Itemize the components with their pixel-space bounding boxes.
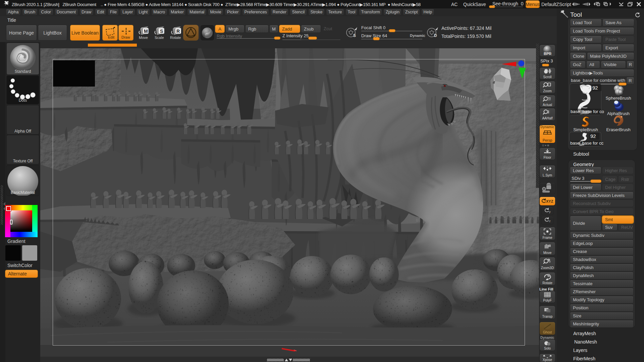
svg-text:Draw: Draw <box>121 35 130 39</box>
svg-text:R: R <box>176 29 180 34</box>
svg-text:M: M <box>144 29 148 34</box>
svg-text:y: y <box>549 210 551 213</box>
svg-text:Rotate: Rotate <box>170 36 181 40</box>
svg-text:z: z <box>549 219 551 223</box>
svg-text:S: S <box>160 29 163 34</box>
svg-text:BPR: BPR <box>544 52 551 56</box>
svg-text:Scale: Scale <box>155 36 164 40</box>
svg-text:x1: x1 <box>548 98 551 101</box>
svg-text:S: S <box>353 33 356 38</box>
svg-text:Edit: Edit <box>108 35 114 39</box>
svg-text:XYZ: XYZ <box>546 199 553 203</box>
svg-text:D: D <box>434 33 437 38</box>
svg-text:Move: Move <box>139 36 148 40</box>
